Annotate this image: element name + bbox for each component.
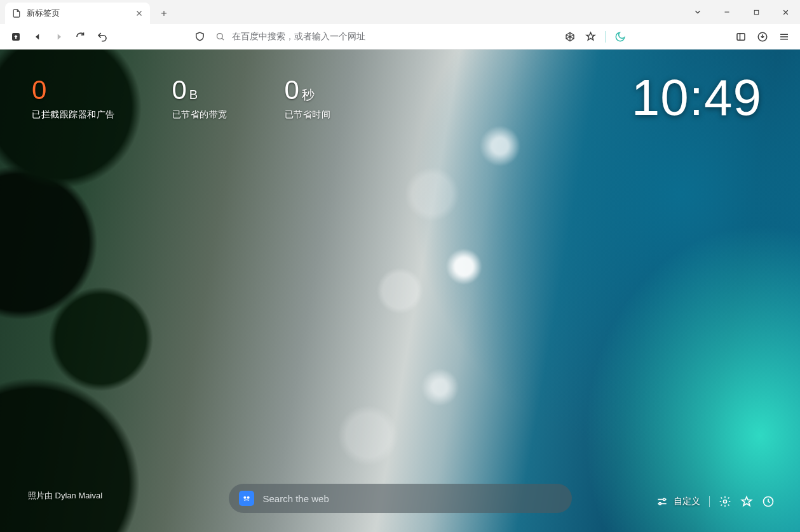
svg-point-5: [243, 496, 246, 499]
tab-close-icon[interactable]: [135, 9, 144, 18]
toolbar-separator: [605, 31, 606, 43]
stat-unit: B: [189, 88, 198, 102]
upload-button[interactable]: [6, 27, 25, 46]
address-placeholder: 在百度中搜索，或者输入一个网址: [232, 31, 365, 43]
new-tab-content: 0 已拦截跟踪器和广告 0 B 已节省的带宽 0 秒 已节省时间 10:49 照…: [0, 50, 800, 532]
stats-row: 0 已拦截跟踪器和广告 0 B 已节省的带宽 0 秒 已节省时间: [32, 75, 330, 121]
undo-button[interactable]: [93, 27, 112, 46]
search-engine-icon: [239, 491, 254, 506]
titlebar: 新标签页: [0, 0, 800, 24]
window-maximize-button[interactable]: [742, 2, 771, 22]
gear-icon[interactable]: [719, 495, 731, 508]
history-icon[interactable]: [762, 495, 775, 508]
window-minimize-button[interactable]: [712, 2, 742, 22]
page-icon: [11, 8, 22, 18]
stat-value: 0: [285, 75, 299, 105]
bottom-search-placeholder: Search the web: [263, 493, 329, 504]
night-mode-icon[interactable]: [611, 27, 630, 46]
search-icon: [215, 32, 226, 42]
svg-point-8: [659, 503, 661, 505]
svg-point-7: [663, 498, 665, 500]
stat-time-saved[interactable]: 0 秒 已节省时间: [285, 75, 331, 121]
customize-button[interactable]: 自定义: [656, 495, 700, 508]
brave-rewards-icon[interactable]: [560, 27, 580, 46]
photo-credit[interactable]: 照片由 Dylan Maival: [28, 490, 102, 502]
stat-label: 已节省时间: [285, 109, 331, 121]
stat-label: 已拦截跟踪器和广告: [32, 109, 115, 121]
stat-value: 0: [172, 75, 187, 105]
window-dropdown-icon[interactable]: [683, 2, 712, 22]
svg-point-9: [724, 500, 727, 503]
bottom-search-bar[interactable]: Search the web: [229, 484, 572, 513]
forward-button[interactable]: [50, 27, 69, 46]
svg-rect-3: [737, 33, 745, 40]
window-controls: [683, 0, 800, 24]
bookmark-star-icon[interactable]: [581, 27, 600, 46]
new-tab-button[interactable]: [155, 4, 173, 22]
svg-rect-0: [754, 10, 758, 14]
download-icon[interactable]: [753, 27, 772, 46]
stat-unit: 秒: [302, 86, 315, 103]
toolbar: 在百度中搜索，或者输入一个网址: [0, 24, 800, 50]
bottom-right-controls: 自定义: [656, 495, 775, 508]
browser-tab[interactable]: 新标签页: [5, 3, 150, 24]
stat-value: 0: [32, 75, 46, 105]
controls-separator: [709, 496, 710, 507]
stat-label: 已节省的带宽: [172, 109, 227, 121]
svg-point-6: [247, 496, 249, 499]
sliders-icon: [656, 495, 668, 508]
shield-icon[interactable]: [190, 27, 209, 46]
bookmark-icon[interactable]: [740, 495, 753, 508]
clock: 10:49: [632, 69, 762, 127]
tab-title: 新标签页: [27, 8, 130, 19]
window-close-button[interactable]: [771, 2, 800, 22]
stat-bandwidth-saved[interactable]: 0 B 已节省的带宽: [172, 75, 227, 121]
reload-button[interactable]: [71, 27, 90, 46]
svg-point-2: [217, 33, 223, 39]
address-bar[interactable]: 在百度中搜索，或者输入一个网址: [212, 27, 553, 46]
stat-trackers-blocked[interactable]: 0 已拦截跟踪器和广告: [32, 75, 115, 121]
menu-icon[interactable]: [775, 27, 794, 46]
sidebar-toggle-icon[interactable]: [731, 27, 750, 46]
customize-label: 自定义: [674, 496, 700, 507]
back-button[interactable]: [28, 27, 47, 46]
